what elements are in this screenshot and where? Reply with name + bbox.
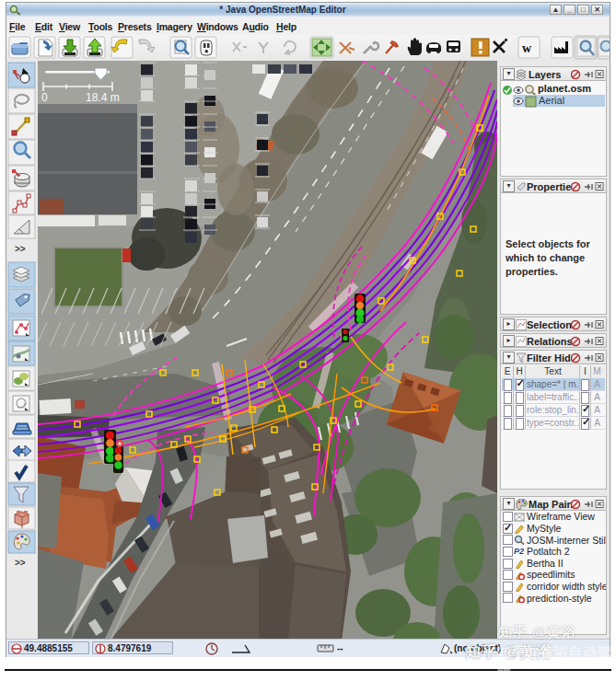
svg-text:0: 0 [41,91,48,104]
svg-text:w: w [522,41,532,55]
svg-text:>>: >> [15,244,26,254]
svg-text:18.4 m: 18.4 m [86,91,120,104]
svg-text:>>: >> [15,558,26,568]
